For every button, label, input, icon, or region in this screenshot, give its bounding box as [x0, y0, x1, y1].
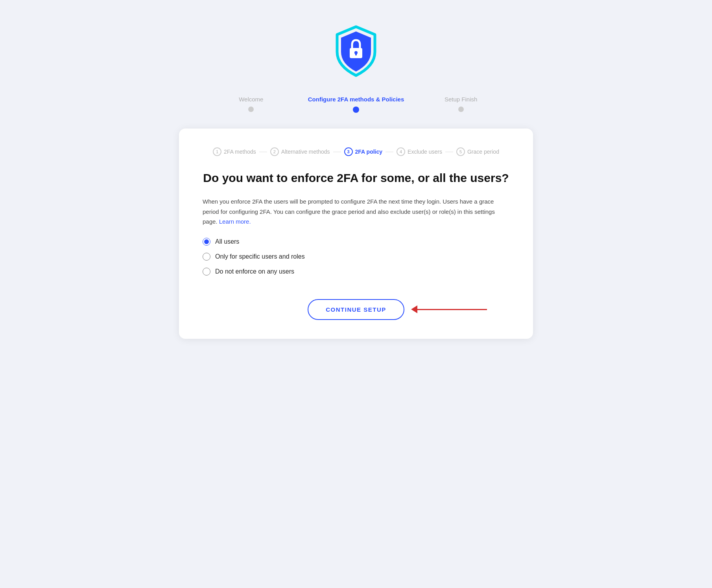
wizard-step-finish-label: Setup Finish: [445, 96, 477, 103]
radio-item-no-enforce[interactable]: Do not enforce on any users: [203, 268, 509, 276]
sub-step-divider-1: [259, 152, 267, 152]
sub-step-2fa-policy-label: 2FA policy: [355, 149, 383, 155]
wizard-step-welcome: Welcome: [199, 96, 304, 112]
sub-step-grace-period-circle: 5: [456, 147, 465, 156]
sub-step-2fa-methods: 1 2FA methods: [213, 147, 256, 156]
radio-all-users-label: All users: [215, 238, 239, 245]
wizard-step-welcome-dot: [248, 107, 254, 112]
sub-step-divider-3: [386, 152, 393, 152]
wizard-stepper: Welcome Configure 2FA methods & Policies…: [199, 96, 513, 113]
continue-setup-button[interactable]: CONTINUE SETUP: [308, 299, 404, 320]
radio-no-enforce[interactable]: [203, 268, 210, 276]
wizard-step-finish: Setup Finish: [408, 96, 513, 112]
sub-step-grace-period: 5 Grace period: [456, 147, 499, 156]
sub-step-exclude-users-circle: 4: [397, 147, 405, 156]
sub-step-divider-4: [445, 152, 453, 152]
radio-specific-users-label: Only for specific users and roles: [215, 253, 305, 260]
shield-logo-icon: [332, 24, 380, 79]
sub-step-grace-period-label: Grace period: [467, 149, 499, 155]
arrow-annotation: [411, 305, 487, 313]
radio-no-enforce-label: Do not enforce on any users: [215, 268, 294, 275]
arrow-line: [416, 309, 487, 310]
radio-specific-users[interactable]: [203, 253, 210, 261]
logo-container: [332, 24, 380, 80]
sub-step-2fa-methods-label: 2FA methods: [224, 149, 256, 155]
card-title: Do you want to enforce 2FA for some, or …: [203, 170, 509, 186]
wizard-step-configure-label: Configure 2FA methods & Policies: [308, 96, 404, 103]
sub-step-2fa-policy: 3 2FA policy: [344, 147, 383, 156]
sub-step-2fa-policy-circle: 3: [344, 147, 353, 156]
radio-item-all-users[interactable]: All users: [203, 238, 509, 246]
sub-step-alt-methods-circle: 2: [270, 147, 279, 156]
main-card: 1 2FA methods 2 Alternative methods 3 2F…: [179, 129, 533, 339]
sub-step-alt-methods: 2 Alternative methods: [270, 147, 330, 156]
radio-item-specific-users[interactable]: Only for specific users and roles: [203, 253, 509, 261]
wizard-step-welcome-label: Welcome: [239, 96, 263, 103]
sub-step-divider-2: [333, 152, 341, 152]
learn-more-link[interactable]: Learn more.: [219, 218, 251, 225]
continue-btn-container: CONTINUE SETUP: [203, 299, 509, 320]
wizard-step-finish-dot: [458, 107, 464, 112]
sub-step-alt-methods-label: Alternative methods: [281, 149, 330, 155]
radio-all-users[interactable]: [203, 238, 210, 246]
sub-stepper: 1 2FA methods 2 Alternative methods 3 2F…: [203, 147, 509, 156]
sub-step-exclude-users-label: Exclude users: [408, 149, 442, 155]
wizard-step-configure: Configure 2FA methods & Policies: [304, 96, 409, 113]
card-description: When you enforce 2FA the users will be p…: [203, 197, 509, 227]
wizard-step-configure-dot: [353, 107, 359, 113]
svg-rect-2: [355, 53, 357, 55]
sub-step-2fa-methods-circle: 1: [213, 147, 221, 156]
radio-group-enforce: All users Only for specific users and ro…: [203, 238, 509, 276]
sub-step-exclude-users: 4 Exclude users: [397, 147, 442, 156]
